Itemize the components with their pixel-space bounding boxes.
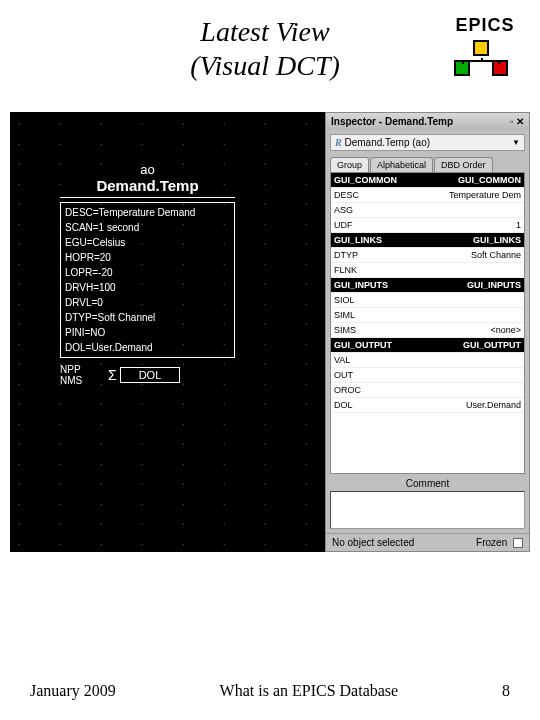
grid-value: GUI_OUTPUT bbox=[401, 338, 524, 352]
grid-row[interactable]: FLNK bbox=[331, 263, 524, 278]
status-left: No object selected bbox=[332, 537, 414, 548]
grid-key: SIMS bbox=[331, 323, 401, 337]
grid-value: Soft Channe bbox=[401, 248, 524, 262]
grid-row[interactable]: SIML bbox=[331, 308, 524, 323]
grid-value: User.Demand bbox=[401, 398, 524, 412]
epics-logo-text: EPICS bbox=[450, 15, 520, 36]
grid-key: ASG bbox=[331, 203, 401, 217]
page-title: Latest View (Visual DCT) bbox=[20, 15, 450, 82]
epics-logo-icon bbox=[450, 40, 512, 76]
grid-value: <none> bbox=[401, 323, 524, 337]
inspector-tabs: Group Alphabetical DBD Order bbox=[330, 157, 525, 172]
grid-row[interactable]: UDF1 bbox=[331, 218, 524, 233]
grid-row[interactable]: SIOL bbox=[331, 293, 524, 308]
grid-header: GUI_COMMONGUI_COMMON bbox=[331, 173, 524, 188]
inspector-title-prefix: Inspector - bbox=[331, 116, 382, 127]
grid-value: GUI_COMMON bbox=[401, 173, 524, 187]
grid-key: UDF bbox=[331, 218, 401, 232]
record-name: Demand.Temp bbox=[60, 177, 235, 198]
tab-group[interactable]: Group bbox=[330, 157, 369, 172]
record-field: DRVH=100 bbox=[65, 280, 230, 295]
grid-row[interactable]: DOLUser.Demand bbox=[331, 398, 524, 413]
window-controls-icon[interactable]: ▫ ✕ bbox=[510, 116, 524, 127]
footer: January 2009 What is an EPICS Database 8 bbox=[0, 682, 540, 700]
grid-key: GUI_INPUTS bbox=[331, 278, 401, 292]
record-field: HOPR=20 bbox=[65, 250, 230, 265]
grid-key: GUI_LINKS bbox=[331, 233, 401, 247]
record-dol-row: NPP NMS Σ DOL bbox=[60, 364, 235, 386]
grid-key: OROC bbox=[331, 383, 401, 397]
grid-key: SIML bbox=[331, 308, 401, 322]
inspector-record-select-label: Demand.Temp (ao) bbox=[344, 137, 430, 148]
record-field: EGU=Celsius bbox=[65, 235, 230, 250]
sigma-icon: Σ bbox=[108, 367, 117, 383]
grid-value: GUI_LINKS bbox=[401, 233, 524, 247]
record-field: DTYP=Soft Channel bbox=[65, 310, 230, 325]
status-frozen-label: Frozen bbox=[476, 537, 507, 548]
footer-page: 8 bbox=[502, 682, 510, 700]
record-field: DOL=User.Demand bbox=[65, 340, 230, 355]
record-field: LOPR=-20 bbox=[65, 265, 230, 280]
inspector-property-grid[interactable]: GUI_COMMONGUI_COMMONDESCTemperature DemA… bbox=[330, 172, 525, 474]
grid-key: DESC bbox=[331, 188, 401, 202]
grid-row[interactable]: OUT bbox=[331, 368, 524, 383]
grid-value bbox=[401, 383, 524, 397]
record-type: ao bbox=[60, 162, 235, 177]
record-field: DESC=Temperature Demand bbox=[65, 205, 230, 220]
grid-key: GUI_COMMON bbox=[331, 173, 401, 187]
footer-caption: What is an EPICS Database bbox=[116, 682, 502, 700]
status-bar: No object selected Frozen bbox=[326, 533, 529, 551]
dol-flags: NPP NMS bbox=[60, 364, 105, 386]
grid-value bbox=[401, 308, 524, 322]
grid-value bbox=[401, 353, 524, 367]
comment-input[interactable] bbox=[330, 491, 525, 529]
inspector-panel: Inspector - Demand.Temp ▫ ✕ R Demand.Tem… bbox=[325, 112, 530, 552]
grid-row[interactable]: DESCTemperature Dem bbox=[331, 188, 524, 203]
grid-header: GUI_LINKSGUI_LINKS bbox=[331, 233, 524, 248]
tab-dbd-order[interactable]: DBD Order bbox=[434, 157, 493, 172]
grid-key: FLNK bbox=[331, 263, 401, 277]
chevron-down-icon: ▼ bbox=[512, 138, 520, 147]
inspector-title-object: Demand.Temp bbox=[385, 116, 453, 127]
dol-label: DOL bbox=[120, 367, 181, 383]
tab-alphabetical[interactable]: Alphabetical bbox=[370, 157, 433, 172]
title-line-2: (Visual DCT) bbox=[80, 49, 450, 83]
grid-value bbox=[401, 203, 524, 217]
grid-row[interactable]: DTYPSoft Channe bbox=[331, 248, 524, 263]
grid-key: DOL bbox=[331, 398, 401, 412]
record-block[interactable]: ao Demand.Temp DESC=Temperature DemandSC… bbox=[60, 162, 235, 386]
grid-value bbox=[401, 263, 524, 277]
comment-label: Comment bbox=[326, 478, 529, 489]
grid-value: 1 bbox=[401, 218, 524, 232]
inspector-titlebar[interactable]: Inspector - Demand.Temp ▫ ✕ bbox=[326, 113, 529, 130]
grid-row[interactable]: ASG bbox=[331, 203, 524, 218]
grid-key: VAL bbox=[331, 353, 401, 367]
grid-value: Temperature Dem bbox=[401, 188, 524, 202]
grid-key: OUT bbox=[331, 368, 401, 382]
grid-row[interactable]: VAL bbox=[331, 353, 524, 368]
grid-row[interactable]: OROC bbox=[331, 383, 524, 398]
inspector-record-select[interactable]: R Demand.Temp (ao) ▼ bbox=[330, 134, 525, 151]
grid-row[interactable]: SIMS<none> bbox=[331, 323, 524, 338]
grid-key: SIOL bbox=[331, 293, 401, 307]
record-field: SCAN=1 second bbox=[65, 220, 230, 235]
record-fields: DESC=Temperature DemandSCAN=1 secondEGU=… bbox=[60, 202, 235, 358]
epics-logo: EPICS bbox=[450, 15, 520, 76]
grid-header: GUI_OUTPUTGUI_OUTPUT bbox=[331, 338, 524, 353]
frozen-checkbox[interactable] bbox=[513, 538, 523, 548]
grid-value bbox=[401, 368, 524, 382]
canvas[interactable]: . . . . . . . . . . . . . . . . . . . . … bbox=[10, 112, 530, 552]
record-field: DRVL=0 bbox=[65, 295, 230, 310]
grid-value bbox=[401, 293, 524, 307]
grid-header: GUI_INPUTSGUI_INPUTS bbox=[331, 278, 524, 293]
grid-key: GUI_OUTPUT bbox=[331, 338, 401, 352]
grid-key: DTYP bbox=[331, 248, 401, 262]
title-line-1: Latest View bbox=[80, 15, 450, 49]
record-field: PINI=NO bbox=[65, 325, 230, 340]
footer-date: January 2009 bbox=[30, 682, 116, 700]
grid-value: GUI_INPUTS bbox=[401, 278, 524, 292]
